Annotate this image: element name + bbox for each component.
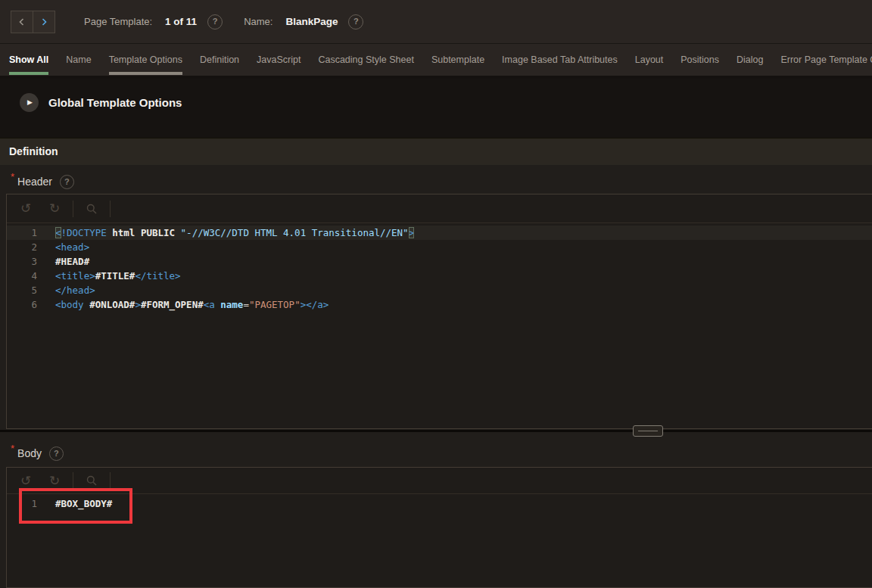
page-template-label: Page Template:	[84, 16, 152, 27]
help-icon[interactable]: ?	[207, 14, 223, 30]
record-navigation	[11, 11, 55, 33]
toolbar-divider	[110, 472, 111, 489]
next-button[interactable]	[33, 11, 55, 33]
redo-icon: ↻	[49, 202, 60, 215]
redo-button[interactable]: ↻	[40, 194, 69, 222]
required-marker: *	[11, 445, 14, 453]
grip-icon	[638, 431, 658, 431]
tab-name[interactable]: Name	[66, 44, 91, 76]
undo-icon: ↺	[20, 202, 31, 215]
header-code-editor: ↺ ↻ 1<!DOCTYPE html PUBLIC "-//W3C//DTD …	[6, 194, 872, 429]
tab-label: Show All	[9, 54, 48, 65]
header-code-area[interactable]: 1<!DOCTYPE html PUBLIC "-//W3C//DTD HTML…	[7, 223, 872, 312]
body-code-area[interactable]: 1#BOX_BODY#	[7, 494, 872, 511]
code-line-4[interactable]: 4<title>#TITLE#</title>	[7, 269, 872, 283]
body-field-label-row: * Body ?	[0, 442, 64, 465]
definition-section-header: Definition	[0, 138, 872, 165]
tab-subtemplate[interactable]: Subtemplate	[431, 44, 484, 76]
tab-layout[interactable]: Layout	[635, 44, 664, 76]
required-marker: *	[11, 173, 14, 181]
body-code-editor: ↺ ↻ 1#BOX_BODY#	[6, 467, 872, 588]
redo-icon: ↻	[49, 474, 60, 487]
undo-button[interactable]: ↺	[11, 194, 40, 222]
undo-button[interactable]: ↺	[11, 468, 40, 493]
help-icon[interactable]: ?	[348, 14, 363, 30]
tab-template-options[interactable]: Template Options	[109, 44, 182, 76]
tab-label: Positions	[680, 54, 719, 65]
name-label: Name:	[244, 16, 272, 27]
code-text: #HEAD#	[55, 254, 872, 269]
tab-label: Definition	[200, 54, 239, 65]
tab-label: Template Options	[109, 54, 182, 65]
top-toolbar: Page Template: 1 of 11 ? Name: BlankPage…	[0, 0, 872, 44]
search-button[interactable]	[77, 468, 106, 493]
body-field-label: Body	[17, 447, 42, 459]
tab-image-based-tab-attributes[interactable]: Image Based Tab Attributes	[502, 44, 618, 76]
toolbar-divider	[110, 201, 111, 217]
code-text: <body #ONLOAD#>#FORM_OPEN#<a name="PAGET…	[55, 297, 872, 312]
tab-bar: Show AllNameTemplate OptionsDefinitionJa…	[0, 44, 872, 79]
tab-definition[interactable]: Definition	[200, 44, 239, 76]
toolbar-divider	[73, 472, 73, 489]
code-line-2[interactable]: 2<head>	[7, 240, 872, 254]
code-line-1[interactable]: 1<!DOCTYPE html PUBLIC "-//W3C//DTD HTML…	[7, 226, 872, 240]
help-icon[interactable]: ?	[49, 446, 64, 461]
help-icon[interactable]: ?	[60, 175, 74, 189]
name-value: BlankPage	[285, 16, 338, 27]
editor-toolbar: ↺ ↻	[7, 194, 872, 223]
tab-label: JavaScript	[257, 54, 301, 65]
line-number: 5	[7, 283, 37, 297]
tab-label: Dialog	[737, 54, 763, 65]
section-divider	[0, 430, 872, 432]
header-field-label: Header	[17, 176, 52, 188]
tab-dialog[interactable]: Dialog	[737, 44, 763, 76]
expand-button[interactable]: ▶	[20, 93, 39, 112]
tab-label: Layout	[635, 54, 664, 65]
toolbar-divider	[73, 201, 73, 217]
tab-label: Error Page Template Con	[780, 54, 872, 65]
redo-button[interactable]: ↻	[40, 468, 69, 493]
definition-title: Definition	[9, 145, 58, 157]
page-template-value: 1 of 11	[165, 16, 197, 27]
code-text: <title>#TITLE#</title>	[55, 269, 872, 283]
line-number: 1	[7, 496, 37, 511]
line-number: 4	[7, 269, 37, 283]
line-number: 3	[7, 254, 37, 269]
code-line-1[interactable]: 1#BOX_BODY#	[7, 496, 872, 511]
header-field-label-row: * Header ?	[0, 170, 74, 194]
tab-cascading-style-sheet[interactable]: Cascading Style Sheet	[318, 44, 413, 76]
search-icon	[86, 474, 98, 487]
tab-error-page-template-con[interactable]: Error Page Template Con	[780, 44, 872, 76]
play-icon: ▶	[27, 99, 33, 106]
chevron-left-icon	[17, 17, 26, 26]
tab-positions[interactable]: Positions	[680, 44, 719, 76]
chevron-right-icon	[39, 17, 48, 26]
search-icon	[86, 203, 98, 215]
tab-show-all[interactable]: Show All	[9, 44, 48, 76]
line-number: 2	[7, 240, 37, 254]
code-line-6[interactable]: 6<body #ONLOAD#>#FORM_OPEN#<a name="PAGE…	[7, 297, 872, 312]
line-number: 6	[7, 297, 37, 312]
editor-toolbar: ↺ ↻	[7, 468, 872, 494]
tab-javascript[interactable]: JavaScript	[257, 44, 301, 76]
code-text: <!DOCTYPE html PUBLIC "-//W3C//DTD HTML …	[55, 226, 872, 240]
line-number: 1	[7, 226, 37, 240]
tab-label: Subtemplate	[431, 54, 484, 65]
undo-icon: ↺	[20, 474, 31, 487]
code-text: </head>	[55, 283, 872, 297]
code-text: #BOX_BODY#	[55, 496, 872, 511]
tab-label: Cascading Style Sheet	[318, 54, 413, 65]
global-template-options-region: ▶ Global Template Options	[0, 79, 872, 138]
tab-label: Image Based Tab Attributes	[502, 54, 618, 65]
code-line-5[interactable]: 5</head>	[7, 283, 872, 297]
global-template-options-label: Global Template Options	[48, 93, 182, 112]
code-text: <head>	[55, 240, 872, 254]
tab-label: Name	[66, 54, 91, 65]
previous-button[interactable]	[11, 11, 33, 33]
resize-handle[interactable]	[633, 425, 663, 437]
code-line-3[interactable]: 3#HEAD#	[7, 254, 872, 269]
search-button[interactable]	[77, 194, 106, 222]
